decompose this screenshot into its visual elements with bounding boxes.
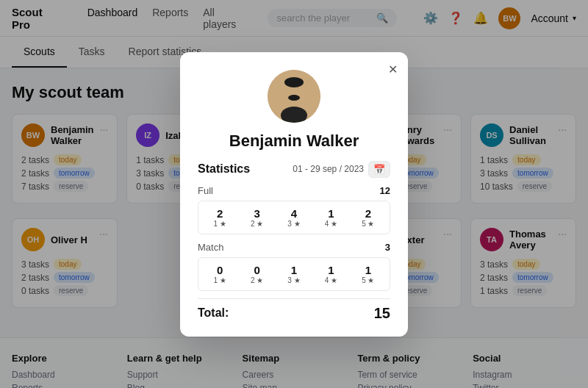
stat-cell: 0 1 ★ xyxy=(203,264,237,284)
total-label: Total: xyxy=(198,306,229,320)
date-range: 01 - 29 sep / 2023 📅 xyxy=(293,161,390,178)
full-stat-grid: 2 1 ★ 3 2 ★ 4 3 ★ 1 4 ★ 2 5 ★ xyxy=(198,201,390,234)
full-count: 12 xyxy=(380,185,390,196)
star-label: 4 ★ xyxy=(314,220,348,228)
star-label: 5 ★ xyxy=(351,276,385,284)
star-label: 3 ★ xyxy=(277,276,311,284)
svg-point-3 xyxy=(284,77,304,87)
stats-title: Statistics xyxy=(198,162,250,176)
stat-cell: 1 4 ★ xyxy=(314,207,348,228)
stat-section-header: Match 3 xyxy=(198,242,390,253)
modal-close-button[interactable]: ✕ xyxy=(388,62,398,76)
modal-overlay[interactable]: ✕ Benjamin Walker Statistics 01 - 29 sep… xyxy=(0,0,588,388)
stat-cell: 4 3 ★ xyxy=(277,207,311,228)
stat-section-full: Full 12 2 1 ★ 3 2 ★ 4 3 ★ 1 4 ★ xyxy=(198,185,390,234)
stat-cell: 2 5 ★ xyxy=(351,207,385,228)
stat-value: 3 xyxy=(240,207,273,220)
modal-stats-header: Statistics 01 - 29 sep / 2023 📅 xyxy=(198,161,390,178)
star-label: 4 ★ xyxy=(314,276,348,284)
stat-section-match: Match 3 0 1 ★ 0 2 ★ 1 3 ★ 1 4 ★ xyxy=(198,242,390,291)
scout-detail-modal: ✕ Benjamin Walker Statistics 01 - 29 sep… xyxy=(180,52,408,337)
stat-value: 1 xyxy=(351,264,385,276)
match-stat-grid: 0 1 ★ 0 2 ★ 1 3 ★ 1 4 ★ 1 5 ★ xyxy=(198,257,390,291)
calendar-button[interactable]: 📅 xyxy=(368,161,390,178)
date-range-text: 01 - 29 sep / 2023 xyxy=(293,164,364,174)
stat-value: 1 xyxy=(314,207,348,220)
stat-value: 0 xyxy=(203,264,237,276)
stat-section-label: Full xyxy=(198,185,213,196)
modal-person-name: Benjamin Walker xyxy=(198,132,390,151)
stat-value: 0 xyxy=(240,264,273,276)
stat-cell: 1 5 ★ xyxy=(351,264,385,284)
modal-total: Total: 15 xyxy=(198,298,390,322)
stat-cell: 1 4 ★ xyxy=(314,264,348,284)
star-label: 1 ★ xyxy=(203,276,237,284)
stat-section-label: Match xyxy=(198,242,223,253)
total-value: 15 xyxy=(374,305,390,322)
stat-value: 2 xyxy=(351,207,385,220)
modal-avatar xyxy=(268,70,320,123)
star-label: 5 ★ xyxy=(351,220,385,228)
svg-point-4 xyxy=(288,95,300,101)
stat-cell: 1 3 ★ xyxy=(277,264,311,284)
stat-value: 4 xyxy=(277,207,311,220)
stat-cell: 3 2 ★ xyxy=(240,207,273,228)
star-label: 3 ★ xyxy=(277,220,311,228)
stat-section-header: Full 12 xyxy=(198,185,390,196)
stat-value: 1 xyxy=(314,264,348,276)
stat-cell: 2 1 ★ xyxy=(203,207,237,228)
star-label: 2 ★ xyxy=(240,220,273,228)
stat-value: 1 xyxy=(277,264,311,276)
stat-value: 2 xyxy=(203,207,237,220)
stat-cell: 0 2 ★ xyxy=(240,264,273,284)
match-count: 3 xyxy=(385,242,390,253)
star-label: 1 ★ xyxy=(203,220,237,228)
star-label: 2 ★ xyxy=(240,276,273,284)
